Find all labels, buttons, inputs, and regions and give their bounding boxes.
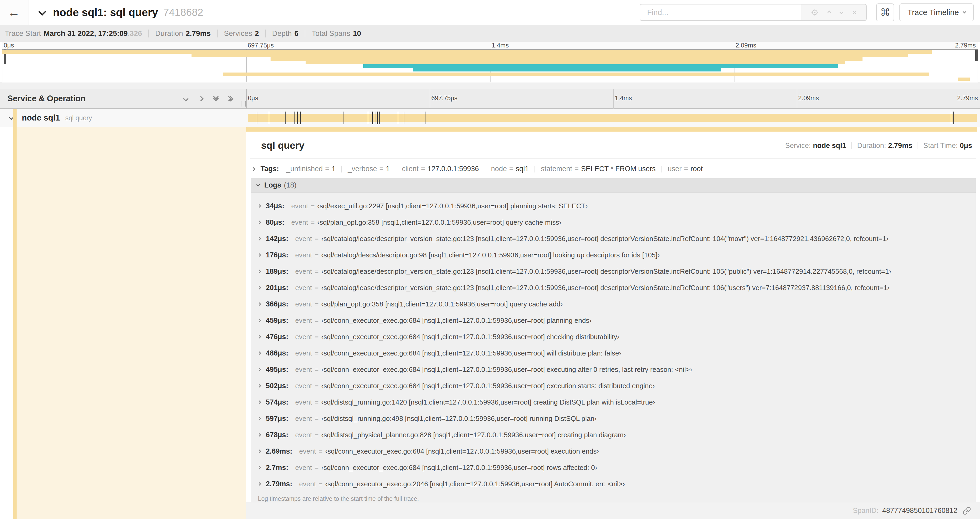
tags-row[interactable]: Tags: _unfinished=1_verbose=1client=127.…: [246, 159, 980, 173]
log-row[interactable]: 189μs:event=‹sql/catalog/lease/descripto…: [251, 263, 976, 279]
log-row[interactable]: 80μs:event=‹sql/plan_opt.go:358 [nsql1,c…: [251, 214, 976, 230]
find-group: ×: [640, 4, 867, 21]
keyboard-shortcuts-button[interactable]: ⌘: [876, 3, 894, 21]
page-header: ← node sql1: sql query 7418682 ×: [0, 0, 980, 25]
separator: [341, 166, 342, 172]
log-timestamp: 189μs:: [266, 267, 288, 276]
time-tick-label: 1.4ms: [492, 42, 509, 49]
trace-stat-label: Services: [224, 29, 252, 38]
log-field-key: event: [291, 218, 308, 227]
log-field-key: event: [295, 284, 312, 292]
column-resizer-grip[interactable]: [242, 101, 246, 107]
log-field-value: ‹sql/conn_executor_exec.go:684 [nsql1,cl…: [321, 333, 619, 341]
tag-key: node: [491, 165, 507, 173]
log-row[interactable]: 201μs:event=‹sql/catalog/lease/descripto…: [251, 279, 976, 296]
equals-sign: =: [315, 300, 318, 308]
separator: [148, 30, 149, 37]
span-bar-area[interactable]: [246, 109, 980, 127]
log-row[interactable]: 2.69ms:event=‹sql/conn_executor_exec.go:…: [251, 443, 976, 459]
expand-all-icon[interactable]: [229, 97, 232, 101]
log-marker-tick: [285, 112, 286, 124]
log-timestamp: 366μs:: [266, 300, 288, 308]
log-row[interactable]: 476μs:event=‹sql/conn_executor_exec.go:6…: [251, 329, 976, 345]
tag-item: _verbose=1: [348, 165, 390, 173]
locate-icon[interactable]: [811, 8, 819, 16]
span-row: node sql1 sql query: [0, 109, 980, 127]
span-overview: Service:node sql1Duration:2.79msStart Ti…: [785, 142, 972, 150]
trace-stat-label: Depth: [272, 29, 292, 38]
log-row[interactable]: 2.79ms:event=‹sql/conn_executor_exec.go:…: [251, 476, 976, 492]
back-button[interactable]: ←: [0, 0, 29, 25]
back-arrow-icon: ←: [8, 5, 20, 19]
find-clear-icon[interactable]: ×: [852, 8, 857, 17]
tag-key: user: [668, 165, 682, 173]
log-timestamp: 495μs:: [266, 366, 288, 374]
expanded-row-left-column: [17, 127, 246, 519]
deep-link-icon[interactable]: [963, 506, 971, 515]
title-collapse-chevron-icon[interactable]: [38, 8, 46, 16]
separator: [918, 142, 918, 149]
log-expand-chevron-icon: [258, 400, 261, 404]
equals-sign: =: [315, 316, 318, 325]
log-row[interactable]: 459μs:event=‹sql/conn_executor_exec.go:6…: [251, 312, 976, 329]
log-expand-chevron-icon: [258, 433, 261, 437]
log-field-value: ‹sql/plan_opt.go:358 [nsql1,client=127.0…: [321, 300, 562, 308]
log-row[interactable]: 176μs:event=‹sql/catalog/descs/descripto…: [251, 247, 976, 263]
find-next-icon[interactable]: [840, 11, 843, 14]
equals-sign: =: [315, 431, 318, 439]
equals-sign: =: [421, 165, 425, 173]
equals-sign: =: [315, 366, 318, 374]
log-field-value: ‹sql/plan_opt.go:358 [nsql1,client=127.0…: [317, 218, 561, 227]
log-row[interactable]: 495μs:event=‹sql/conn_executor_exec.go:6…: [251, 361, 976, 378]
minimap-right-scrubber[interactable]: [975, 50, 978, 61]
trace-view-label: Trace Timeline: [907, 8, 959, 17]
trace-stat-value: 2: [255, 29, 259, 38]
expand-one-icon[interactable]: [199, 97, 203, 101]
log-row[interactable]: 574μs:event=‹sql/distsql_running.go:1420…: [251, 394, 976, 410]
overview-value: node sql1: [813, 142, 846, 150]
span-row-name[interactable]: node sql1 sql query: [0, 109, 246, 127]
log-row[interactable]: 2.7ms:event=‹sql/conn_executor_exec.go:6…: [251, 459, 976, 476]
log-marker-tick: [404, 112, 404, 124]
equals-sign: =: [310, 218, 315, 227]
tag-key: _verbose: [348, 165, 377, 173]
log-field-key: event: [295, 415, 312, 423]
equals-sign: =: [325, 165, 329, 173]
find-input[interactable]: [640, 4, 801, 21]
log-marker-tick: [398, 112, 398, 124]
time-tick-label: 697.75μs: [431, 94, 457, 102]
log-timestamp: 176μs:: [266, 251, 288, 259]
minimap-gap: [0, 82, 980, 89]
log-marker-tick: [375, 112, 375, 124]
collapse-all-icon[interactable]: [214, 97, 218, 101]
service-operation-title: Service & Operation: [7, 94, 85, 103]
logs-header[interactable]: Logs (18): [251, 178, 976, 193]
log-row[interactable]: 486μs:event=‹sql/conn_executor_exec.go:6…: [251, 345, 976, 361]
tag-key: client: [402, 165, 418, 173]
log-field-key: event: [295, 267, 312, 276]
minimap-canvas[interactable]: [2, 49, 978, 82]
find-prev-icon[interactable]: [828, 11, 830, 14]
overview-label: Service:: [785, 142, 811, 150]
log-field-value: ‹sql/catalog/lease/descriptor_version_st…: [321, 284, 889, 292]
log-row[interactable]: 366μs:event=‹sql/plan_opt.go:358 [nsql1,…: [251, 296, 976, 312]
log-row[interactable]: 678μs:event=‹sql/distsql_physical_planne…: [251, 427, 976, 443]
log-row[interactable]: 142μs:event=‹sql/catalog/lease/descripto…: [251, 230, 976, 247]
tag-item: node=sql1: [491, 165, 529, 173]
span-detail-panel: sql query Service:node sql1Duration:2.79…: [246, 132, 980, 502]
service-color-strip: [13, 109, 17, 519]
overview-label: Duration:: [857, 142, 886, 150]
log-expand-chevron-icon: [258, 237, 261, 241]
separator: [265, 30, 266, 37]
log-row[interactable]: 597μs:event=‹sql/distsql_running.go:498 …: [251, 410, 976, 427]
trace-view-selector[interactable]: Trace Timeline: [899, 3, 974, 21]
separator: [305, 30, 305, 37]
log-row[interactable]: 34μs:event=‹sql/exec_util.go:2297 [nsql1…: [251, 198, 976, 214]
collapse-one-icon[interactable]: [184, 97, 188, 101]
log-expand-chevron-icon: [258, 335, 261, 339]
logs-count: (18): [284, 181, 297, 189]
log-expand-chevron-icon: [258, 220, 261, 224]
log-row[interactable]: 502μs:event=‹sql/conn_executor_exec.go:6…: [251, 378, 976, 394]
log-field-value: ‹sql/catalog/lease/descriptor_version_st…: [321, 267, 891, 276]
span-collapse-chevron-icon[interactable]: [9, 115, 13, 120]
